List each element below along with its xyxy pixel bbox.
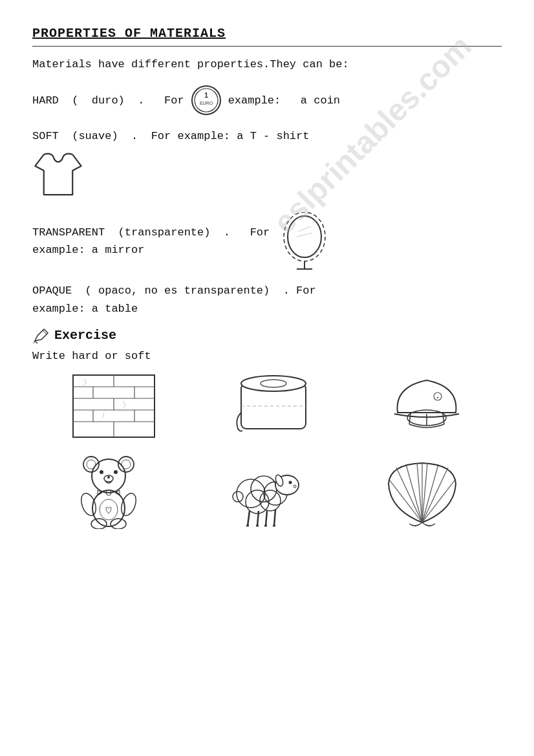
svg-point-49 (111, 519, 126, 529)
svg-point-48 (91, 519, 107, 529)
helmet-icon: ✦ (391, 374, 462, 438)
svg-point-42 (114, 470, 118, 474)
svg-text:1: 1 (204, 91, 208, 99)
svg-point-27 (241, 376, 306, 391)
svg-line-31 (409, 414, 411, 424)
sheep-icon (225, 458, 303, 529)
pencil-icon (32, 327, 50, 345)
teddy-bear-item (73, 451, 144, 529)
property-soft: SOFT (suave) . For example: a T - shirt (32, 127, 502, 200)
brick-wall-item (72, 374, 156, 438)
toilet-paper-item (235, 374, 312, 438)
hard-label: HARD ( duro) . For (32, 92, 184, 109)
exercise-section: Exercise (32, 327, 502, 345)
svg-point-5 (284, 212, 325, 261)
helmet-item: ✦ (391, 374, 462, 438)
svg-line-61 (248, 511, 250, 526)
opaque-label: OPAQUE ( opaco, no es transparente) . Fo… (32, 285, 316, 314)
page-title: PROPERTIES OF MATERIALS (32, 26, 502, 41)
svg-line-33 (443, 414, 444, 424)
shell-icon (383, 458, 461, 529)
property-transparent: TRANSPARENT (transparente) . Forexample:… (32, 212, 502, 270)
svg-point-4 (288, 216, 321, 257)
svg-line-8 (298, 226, 311, 232)
coin-icon: 1 EURO (191, 85, 222, 116)
svg-point-51 (100, 499, 118, 520)
svg-point-58 (288, 481, 292, 484)
svg-point-41 (100, 470, 103, 474)
transparent-label: TRANSPARENT (transparente) . Forexample:… (32, 226, 270, 256)
images-row-1: ✦ (32, 374, 502, 438)
svg-point-53 (251, 476, 277, 502)
svg-line-11 (35, 341, 37, 343)
property-opaque: OPAQUE ( opaco, no es transparente) . Fo… (32, 282, 502, 317)
svg-point-0 (192, 86, 220, 114)
svg-text:EURO: EURO (200, 101, 213, 105)
svg-marker-10 (35, 329, 48, 341)
svg-line-64 (274, 510, 275, 526)
svg-point-47 (118, 491, 138, 517)
title-divider (32, 46, 502, 47)
shell-item (383, 458, 461, 529)
intro-text: Materials have different properties.They… (32, 56, 502, 73)
soft-label: SOFT (suave) . For example: a T - shirt (32, 130, 309, 142)
svg-line-63 (266, 511, 267, 526)
tshirt-icon (32, 149, 84, 200)
svg-line-9 (297, 233, 312, 237)
mirror-icon (279, 212, 330, 270)
svg-text:✦: ✦ (436, 394, 440, 400)
exercise-header-label: Exercise (54, 328, 116, 343)
images-row-2 (32, 451, 502, 529)
brick-wall-icon (72, 374, 156, 438)
hard-example: example: a coin (228, 92, 340, 109)
toilet-paper-icon (235, 374, 312, 438)
exercise-instruction: Write hard or soft (32, 350, 502, 362)
svg-point-52 (237, 479, 265, 508)
property-hard: HARD ( duro) . For 1 EURO example: a coi… (32, 85, 502, 116)
sheep-item (225, 458, 303, 529)
svg-point-46 (78, 491, 98, 517)
svg-point-44 (107, 476, 110, 479)
teddy-bear-icon (73, 451, 144, 529)
svg-line-12 (37, 329, 44, 336)
